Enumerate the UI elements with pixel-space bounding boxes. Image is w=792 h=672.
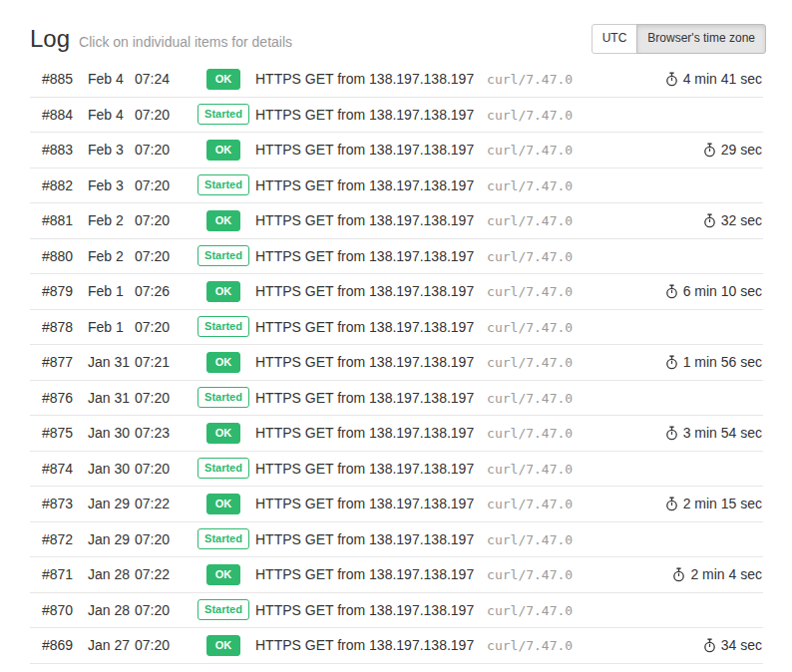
status-badge-cell: OK xyxy=(192,564,255,585)
status-badge: Started xyxy=(198,528,249,549)
event-cell: HTTPS GET from 138.197.138.197 curl/7.47… xyxy=(255,390,763,406)
event-text: HTTPS GET from 138.197.138.197 xyxy=(255,71,474,87)
event-cell: HTTPS GET from 138.197.138.197 curl/7.47… xyxy=(255,142,703,158)
log-row[interactable]: #869 Jan 27 07:20 OK HTTPS GET from 138.… xyxy=(30,628,763,664)
ping-time: 07:20 xyxy=(135,319,192,335)
log-row[interactable]: #882 Feb 3 07:20 Started HTTPS GET from … xyxy=(30,168,763,204)
status-badge-cell: OK xyxy=(192,140,255,161)
ping-time: 07:22 xyxy=(135,566,192,582)
duration: 2 min 4 sec xyxy=(672,566,763,582)
browser-timezone-button[interactable]: Browser's time zone xyxy=(636,24,766,53)
status-badge: Started xyxy=(198,174,249,195)
event-cell: HTTPS GET from 138.197.138.197 curl/7.47… xyxy=(255,461,763,477)
log-row[interactable]: #879 Feb 1 07:26 OK HTTPS GET from 138.1… xyxy=(30,274,763,310)
ping-time: 07:20 xyxy=(135,602,192,618)
event-text: HTTPS GET from 138.197.138.197 xyxy=(255,390,474,406)
log-row[interactable]: #883 Feb 3 07:20 OK HTTPS GET from 138.1… xyxy=(30,133,763,168)
ping-number: #881 xyxy=(42,212,88,228)
event-text: HTTPS GET from 138.197.138.197 xyxy=(255,319,474,335)
duration: 1 min 56 sec xyxy=(665,354,763,370)
status-badge-cell: OK xyxy=(192,69,255,90)
log-row[interactable]: #878 Feb 1 07:20 Started HTTPS GET from … xyxy=(30,310,763,346)
event-cell: HTTPS GET from 138.197.138.197 curl/7.47… xyxy=(255,107,763,123)
log-row[interactable]: #877 Jan 31 07:21 OK HTTPS GET from 138.… xyxy=(30,345,763,381)
title-wrap: Log Click on individual items for detail… xyxy=(30,25,292,53)
ping-time: 07:20 xyxy=(135,248,192,264)
duration-text: 6 min 10 sec xyxy=(683,283,762,299)
event-cell: HTTPS GET from 138.197.138.197 curl/7.47… xyxy=(255,496,665,511)
ping-number: #869 xyxy=(42,637,88,653)
status-badge-cell: OK xyxy=(192,635,255,656)
log-row[interactable]: #875 Jan 30 07:23 OK HTTPS GET from 138.… xyxy=(30,416,763,452)
status-badge: OK xyxy=(206,210,241,231)
ping-time: 07:20 xyxy=(135,212,192,228)
ping-number: #870 xyxy=(42,602,88,618)
log-row[interactable]: #870 Jan 28 07:20 Started HTTPS GET from… xyxy=(30,593,763,629)
ping-number: #880 xyxy=(42,248,88,264)
ping-time: 07:26 xyxy=(135,283,192,299)
status-badge: OK xyxy=(206,69,241,90)
ping-date: Jan 30 xyxy=(88,461,135,477)
event-cell: HTTPS GET from 138.197.138.197 curl/7.47… xyxy=(255,354,665,370)
duration: 6 min 10 sec xyxy=(665,283,763,299)
page-header: Log Click on individual items for detail… xyxy=(30,24,766,54)
stopwatch-icon xyxy=(665,426,678,441)
user-agent-text: curl/7.47.0 xyxy=(487,391,573,406)
ping-date: Jan 28 xyxy=(88,602,135,618)
ping-date: Feb 3 xyxy=(88,142,135,158)
ping-number: #871 xyxy=(42,566,88,582)
ping-time: 07:20 xyxy=(135,107,192,123)
ping-date: Jan 30 xyxy=(88,425,135,441)
stopwatch-icon xyxy=(665,355,678,370)
event-cell: HTTPS GET from 138.197.138.197 curl/7.47… xyxy=(255,71,665,87)
timezone-toggle-group: UTC Browser's time zone xyxy=(592,24,766,53)
stopwatch-icon xyxy=(665,497,678,511)
duration: 29 sec xyxy=(703,142,763,158)
duration-text: 2 min 15 sec xyxy=(683,496,762,511)
status-badge: Started xyxy=(198,245,249,266)
ping-date: Jan 29 xyxy=(88,496,135,511)
log-row[interactable]: #885 Feb 4 07:24 OK HTTPS GET from 138.1… xyxy=(30,62,763,98)
status-badge-cell: Started xyxy=(192,599,255,620)
status-badge: Started xyxy=(198,104,249,125)
event-cell: HTTPS GET from 138.197.138.197 curl/7.47… xyxy=(255,566,672,582)
ping-number: #874 xyxy=(42,461,88,477)
log-row[interactable]: #871 Jan 28 07:22 OK HTTPS GET from 138.… xyxy=(30,557,763,593)
log-row[interactable]: #884 Feb 4 07:20 Started HTTPS GET from … xyxy=(30,98,763,134)
event-cell: HTTPS GET from 138.197.138.197 curl/7.47… xyxy=(255,248,763,264)
status-badge: Started xyxy=(198,458,249,479)
user-agent-text: curl/7.47.0 xyxy=(487,462,573,477)
user-agent-text: curl/7.47.0 xyxy=(487,213,573,228)
duration: 4 min 41 sec xyxy=(665,71,763,87)
status-badge-cell: OK xyxy=(192,281,255,302)
ping-time: 07:20 xyxy=(135,637,192,653)
log-row[interactable]: #881 Feb 2 07:20 OK HTTPS GET from 138.1… xyxy=(30,203,763,239)
ping-time: 07:20 xyxy=(135,461,192,477)
ping-number: #878 xyxy=(42,319,88,335)
user-agent-text: curl/7.47.0 xyxy=(487,603,573,618)
log-row[interactable]: #873 Jan 29 07:22 OK HTTPS GET from 138.… xyxy=(30,487,763,522)
status-badge-cell: Started xyxy=(192,387,255,408)
ping-time: 07:21 xyxy=(135,354,192,370)
log-row[interactable]: #874 Jan 30 07:20 Started HTTPS GET from… xyxy=(30,452,763,488)
stopwatch-icon xyxy=(703,143,716,158)
duration: 34 sec xyxy=(703,637,763,653)
duration-text: 3 min 54 sec xyxy=(683,425,762,441)
page-title: Log xyxy=(30,25,70,53)
stopwatch-icon xyxy=(665,284,678,299)
status-badge: OK xyxy=(206,564,241,585)
log-row[interactable]: #876 Jan 31 07:20 Started HTTPS GET from… xyxy=(30,381,763,417)
log-row[interactable]: #880 Feb 2 07:20 Started HTTPS GET from … xyxy=(30,239,763,275)
ping-date: Feb 2 xyxy=(88,248,135,264)
user-agent-text: curl/7.47.0 xyxy=(487,72,573,87)
utc-button[interactable]: UTC xyxy=(592,24,638,53)
duration-text: 34 sec xyxy=(721,637,762,653)
ping-number: #873 xyxy=(42,496,88,511)
status-badge-cell: OK xyxy=(192,423,255,444)
event-text: HTTPS GET from 138.197.138.197 xyxy=(255,248,474,264)
event-text: HTTPS GET from 138.197.138.197 xyxy=(255,107,474,123)
log-row[interactable]: #872 Jan 29 07:20 Started HTTPS GET from… xyxy=(30,522,763,558)
status-badge: OK xyxy=(206,423,241,444)
event-text: HTTPS GET from 138.197.138.197 xyxy=(255,283,474,299)
status-badge: OK xyxy=(206,281,241,302)
